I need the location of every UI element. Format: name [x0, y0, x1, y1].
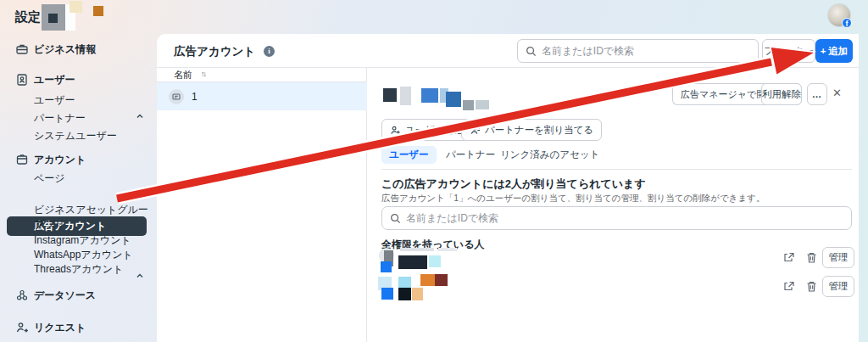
redaction-block: [435, 274, 448, 286]
chevron-up-icon[interactable]: [136, 112, 144, 121]
redaction-block: [420, 274, 435, 286]
sidebar-item-whatsapp-accounts[interactable]: WhatsAppアカウント: [34, 248, 133, 262]
filter-button[interactable]: フィルター: [762, 39, 815, 63]
people-search-input[interactable]: [406, 212, 851, 224]
trash-icon[interactable]: [805, 280, 818, 293]
assign-partner-label: パートナーを割り当てる: [485, 124, 593, 137]
search-icon: [390, 213, 401, 224]
sidebar-group-label: ユーザー: [34, 73, 75, 87]
redaction-block: [70, 1, 82, 13]
sidebar-item-threads-accounts[interactable]: Threadsアカウント: [34, 262, 123, 277]
data-nodes-icon: [15, 289, 29, 302]
main-panel: 広告アカウント i フィルター + 追加 名前 ↑↓ 1: [157, 34, 859, 342]
sidebar-item-instagram-accounts[interactable]: Instagramアカウント: [34, 233, 131, 248]
info-icon[interactable]: i: [264, 46, 275, 57]
close-icon[interactable]: ✕: [832, 87, 842, 99]
sidebar-group-users[interactable]: ユーザー: [0, 71, 157, 88]
redaction-block: [400, 87, 411, 105]
sidebar-group-label: アカウント: [34, 153, 86, 167]
sidebar-item-pages[interactable]: ページ: [34, 171, 65, 186]
business-settings-page: 設定 f ビジネス情報 ユーザー ユーザー パートナー システムユーザー: [0, 0, 868, 342]
sidebar-group-accounts[interactable]: アカウント: [0, 151, 157, 168]
redaction-block: [476, 100, 489, 109]
assigned-description: 広告アカウント「1」へのユーザーの割り当て、割り当ての管理、割り当ての削除ができ…: [381, 193, 765, 205]
redaction-block: [400, 248, 434, 251]
add-button[interactable]: + 追加: [815, 39, 853, 63]
person-arrow-icon: [15, 321, 29, 334]
redaction-block: [381, 261, 392, 272]
tab-divider: [381, 169, 852, 170]
ad-account-icon: [169, 89, 184, 104]
redaction-block: [429, 255, 441, 267]
more-options-button[interactable]: …: [807, 83, 827, 105]
redaction-block: [93, 6, 103, 16]
facebook-badge-icon: f: [842, 18, 852, 28]
sort-icon[interactable]: ↑↓: [201, 70, 205, 78]
person-icon: [470, 125, 481, 136]
sidebar-item-business-info[interactable]: ビジネス情報: [0, 41, 157, 58]
redaction-block: [446, 92, 461, 107]
sidebar-item-partners[interactable]: パートナー: [34, 111, 86, 126]
sidebar-item-system-users[interactable]: システムユーザー: [34, 129, 117, 143]
redaction-block: [463, 100, 474, 110]
box-icon: [15, 153, 29, 166]
manage-button[interactable]: 管理: [822, 247, 854, 268]
redaction-block: [398, 255, 427, 269]
sidebar-item-requests[interactable]: リクエスト: [0, 319, 157, 336]
sidebar-group-label: データソース: [34, 289, 96, 303]
plus-icon: +: [821, 46, 826, 56]
name-column-label: 名前: [174, 69, 192, 81]
redaction-block: [398, 288, 411, 300]
redaction-block: [398, 277, 411, 288]
user-card-icon: [15, 73, 29, 87]
redaction-block: [381, 288, 393, 300]
panel-header: 広告アカウント i フィルター + 追加: [157, 34, 859, 68]
people-search: [381, 206, 852, 230]
briefcase-icon: [15, 42, 29, 56]
person-plus-icon: [390, 125, 401, 136]
sidebar-item-label: リクエスト: [34, 321, 86, 335]
manage-button[interactable]: 管理: [822, 276, 854, 297]
redaction-block: [438, 248, 457, 251]
account-list-item-selected[interactable]: 1: [157, 82, 367, 110]
sidebar-nav: ビジネス情報 ユーザー ユーザー パートナー システムユーザー アカウント ペー…: [0, 34, 157, 342]
search-icon: [526, 46, 537, 57]
sidebar-group-data-sources[interactable]: データソース: [0, 287, 157, 304]
add-button-label: 追加: [828, 45, 848, 58]
sidebar-item-users[interactable]: ユーザー: [34, 93, 75, 108]
search-input[interactable]: [542, 45, 758, 57]
assigned-count-heading: この広告アカウントには2人が割り当てられています: [381, 177, 646, 192]
external-link-icon[interactable]: [782, 251, 795, 264]
page-title: 広告アカウント: [174, 44, 255, 59]
trash-icon[interactable]: [805, 251, 818, 264]
tab-linked-assets[interactable]: リンク済みのアセット: [492, 146, 607, 164]
redaction-block: [421, 88, 438, 103]
assign-partner-button[interactable]: パートナーを割り当てる: [461, 119, 602, 141]
deactivate-button[interactable]: 利用解除: [761, 83, 802, 105]
account-name: 1: [192, 91, 198, 103]
list-column-header: 名前 ↑↓: [157, 68, 367, 82]
account-detail-pane: 広告マネージャで開く ▼ 利用解除 … ✕ ユーザーを追加 パートナーを割り当て…: [367, 68, 859, 342]
account-list-pane: 名前 ↑↓ 1: [157, 68, 367, 342]
redaction-block: [383, 88, 397, 102]
sidebar-item-label: ビジネス情報: [34, 42, 96, 57]
external-link-icon[interactable]: [782, 280, 795, 293]
redaction-block: [412, 288, 423, 300]
settings-title: 設定: [15, 9, 41, 25]
redaction-block: [48, 14, 58, 23]
topbar: 設定 f: [0, 0, 868, 34]
sidebar-item-apps[interactable]: アプリ: [34, 218, 65, 233]
tab-users[interactable]: ユーザー: [381, 146, 437, 164]
chevron-up-icon[interactable]: [136, 272, 144, 280]
account-search: [517, 39, 759, 63]
